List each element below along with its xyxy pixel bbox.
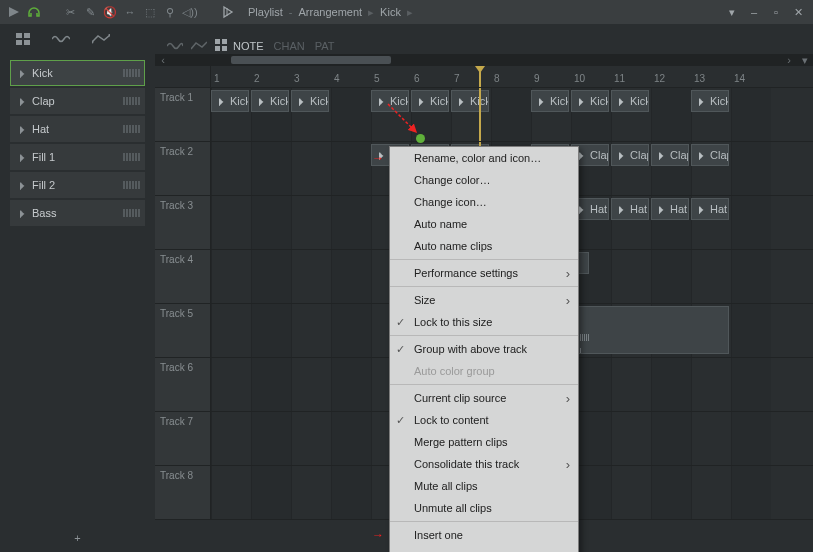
- overview-scrollbar[interactable]: ‹ › ▾: [155, 54, 813, 66]
- clip-glyph-icon: ⏵: [696, 203, 707, 215]
- pattern-item[interactable]: ⏵ Fill 2: [10, 172, 145, 198]
- brush-icon[interactable]: ✎: [82, 4, 98, 20]
- track-header[interactable]: Track 7: [155, 412, 211, 465]
- svg-marker-0: [9, 7, 19, 17]
- track-header[interactable]: Track 8: [155, 466, 211, 519]
- menu-item[interactable]: Lock to content: [390, 409, 578, 431]
- pattern-label: Clap: [32, 95, 55, 107]
- bar-number: 2: [254, 73, 260, 84]
- mute-icon[interactable]: 🔇: [102, 4, 118, 20]
- pattern-label: Bass: [32, 207, 56, 219]
- menu-item[interactable]: Change icon…: [390, 191, 578, 213]
- pattern-clip[interactable]: ⏵Kick: [691, 90, 729, 112]
- menu-item[interactable]: Change color…: [390, 169, 578, 191]
- clip-glyph-icon: ⏵: [656, 203, 667, 215]
- pattern-clip[interactable]: ⏵Hat: [691, 198, 729, 220]
- track-header[interactable]: Track 2: [155, 142, 211, 195]
- menu-item[interactable]: Size: [390, 289, 578, 311]
- pattern-clip[interactable]: ⏵Kick: [611, 90, 649, 112]
- clip-label: Kick: [430, 95, 449, 107]
- pattern-clip[interactable]: ⏵Clap: [611, 144, 649, 166]
- menu-item[interactable]: Mute all clips: [390, 475, 578, 497]
- title-pattern[interactable]: Kick: [380, 6, 401, 18]
- scrollbar-thumb[interactable]: [231, 56, 391, 64]
- play-icon[interactable]: [6, 4, 22, 20]
- sub-tab[interactable]: NOTE: [233, 40, 264, 52]
- title-arrangement[interactable]: Arrangement: [299, 6, 363, 18]
- pattern-clip[interactable]: ⏵Hat: [611, 198, 649, 220]
- grid-icon[interactable]: [215, 39, 227, 51]
- menu-item[interactable]: Merge pattern clips: [390, 431, 578, 453]
- scroll-end-icon[interactable]: ▾: [797, 54, 813, 67]
- pattern-item[interactable]: ⏵ Bass: [10, 200, 145, 226]
- menu-item[interactable]: Current clip source: [390, 387, 578, 409]
- track-header[interactable]: Track 1: [155, 88, 211, 141]
- scroll-right-icon[interactable]: ›: [781, 54, 797, 66]
- menu-item[interactable]: Performance settings: [390, 262, 578, 284]
- menu-item[interactable]: Auto name: [390, 213, 578, 235]
- playhead[interactable]: [479, 66, 481, 87]
- clip-label: Kick: [270, 95, 289, 107]
- pattern-clip[interactable]: ⏵Kick: [291, 90, 329, 112]
- track-header[interactable]: Track 3: [155, 196, 211, 249]
- pattern-item[interactable]: ⏵ Kick: [10, 60, 145, 86]
- pattern-glyph-icon: ⏵: [17, 151, 28, 163]
- menu-item[interactable]: Insert one→: [390, 524, 578, 546]
- zoom-icon[interactable]: ⚲: [162, 4, 178, 20]
- maximize-icon[interactable]: ▫: [767, 3, 785, 21]
- playlist-icon[interactable]: [220, 4, 236, 20]
- slip-icon[interactable]: ↔: [122, 4, 138, 20]
- bar-number: 5: [374, 73, 380, 84]
- scroll-left-icon[interactable]: ‹: [155, 54, 171, 66]
- pattern-item[interactable]: ⏵ Hat: [10, 116, 145, 142]
- pattern-clip[interactable]: ⏵Kick: [251, 90, 289, 112]
- blocks-icon[interactable]: [16, 33, 30, 45]
- track-header[interactable]: Track 5: [155, 304, 211, 357]
- sub-tab[interactable]: PAT: [315, 40, 335, 52]
- track-header[interactable]: Track 6: [155, 358, 211, 411]
- sub-tab[interactable]: CHAN: [274, 40, 305, 52]
- menu-item[interactable]: Auto name clips: [390, 235, 578, 257]
- pattern-clip[interactable]: ⏵Kick: [451, 90, 489, 112]
- chevron-down-icon[interactable]: ▾: [723, 3, 741, 21]
- pattern-clip[interactable]: ⏵Kick: [571, 90, 609, 112]
- clip-glyph-icon: ⏵: [696, 149, 707, 161]
- chevron-right-icon: ▸: [368, 6, 374, 19]
- minimize-icon[interactable]: –: [745, 3, 763, 21]
- menu-item[interactable]: Rename, color and icon…→: [390, 147, 578, 169]
- pattern-item[interactable]: ⏵ Clap: [10, 88, 145, 114]
- pattern-clip[interactable]: ⏵Hat: [651, 198, 689, 220]
- menu-item[interactable]: Consolidate this track: [390, 453, 578, 475]
- menu-item[interactable]: Group with above track: [390, 338, 578, 360]
- pattern-clip[interactable]: ⏵Kick: [531, 90, 569, 112]
- menu-item: Auto color group: [390, 360, 578, 382]
- clip-label: Kick: [590, 95, 609, 107]
- pattern-item[interactable]: ⏵ Fill 1: [10, 144, 145, 170]
- line-icon[interactable]: [92, 34, 110, 44]
- line-icon[interactable]: [191, 41, 207, 51]
- track-context-menu[interactable]: Rename, color and icon…→Change color…Cha…: [389, 146, 579, 552]
- add-pattern-button[interactable]: +: [0, 524, 155, 552]
- pattern-clip[interactable]: ⏵Clap: [691, 144, 729, 166]
- pattern-clip[interactable]: ⏵Clap: [651, 144, 689, 166]
- playback-icon[interactable]: ◁)): [182, 4, 198, 20]
- svg-rect-10: [222, 39, 227, 44]
- menu-item[interactable]: Delete→: [390, 546, 578, 552]
- select-icon[interactable]: ⬚: [142, 4, 158, 20]
- wave-icon[interactable]: [167, 41, 183, 51]
- close-icon[interactable]: ✕: [789, 3, 807, 21]
- menu-item[interactable]: Unmute all clips: [390, 497, 578, 519]
- pattern-clip[interactable]: ⏵Kick: [211, 90, 249, 112]
- bar-number: 4: [334, 73, 340, 84]
- svg-rect-12: [222, 46, 227, 51]
- menu-item[interactable]: Lock to this size: [390, 311, 578, 333]
- timeline-ruler[interactable]: 1234567891011121314: [211, 66, 813, 87]
- track-header[interactable]: Track 4: [155, 250, 211, 303]
- track-lane[interactable]: ⏵Kick⏵Kick⏵Kick⏵Kick⏵Kick⏵Kick⏵Kick⏵Kick…: [211, 88, 813, 141]
- clip-label: Kick: [230, 95, 249, 107]
- bar-number: 8: [494, 73, 500, 84]
- wave-icon[interactable]: [52, 34, 70, 44]
- cut-icon[interactable]: ✂: [62, 4, 78, 20]
- pattern-glyph-icon: ⏵: [17, 179, 28, 191]
- headphones-icon[interactable]: [26, 4, 42, 20]
